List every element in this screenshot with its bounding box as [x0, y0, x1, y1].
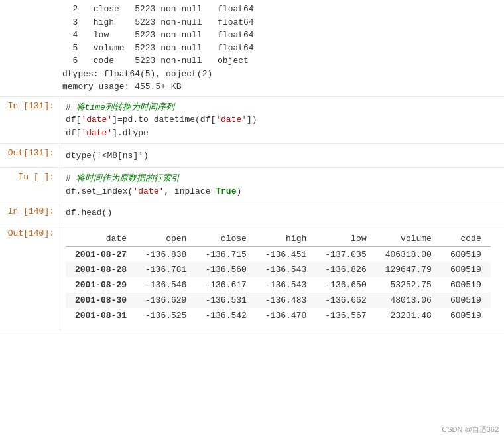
table-cell-volume: 48013.06 [376, 293, 441, 308]
table-cell-close: -136.715 [196, 246, 255, 262]
top-output-text: 2 close 5223 non-null float64 3 high 522… [62, 3, 499, 94]
table-cell-low: -137.035 [316, 246, 375, 262]
table-cell-low: -136.650 [316, 277, 375, 293]
cell-empty-in-label: In [ ]: [0, 168, 60, 202]
output-131-label: Out[131]: [0, 144, 60, 167]
table-row: 2001-08-28-136.781-136.560-136.543-136.8… [66, 262, 491, 277]
table-cell-volume: 406318.00 [376, 246, 441, 262]
table-header-volume: volume [376, 231, 441, 247]
table-cell-close: -136.542 [196, 308, 255, 323]
cell-140: In [140]: df.head() [0, 202, 504, 224]
table-cell-date: 2001-08-29 [66, 277, 136, 293]
table-cell-open: -136.546 [136, 277, 196, 293]
table-header-low: low [316, 231, 375, 247]
table-cell-volume: 23231.48 [376, 308, 441, 323]
output-140-content: dateopenclosehighlowvolumecode2001-08-27… [60, 224, 504, 330]
cell-140-code[interactable]: df.head() [60, 202, 504, 224]
table-cell-high: -136.543 [256, 262, 316, 277]
table-cell-close: -136.617 [196, 277, 255, 293]
top-output-section: 2 close 5223 non-null float64 3 high 522… [0, 0, 504, 97]
output-131-text: dtype('<M8[ns]') [66, 148, 499, 163]
table-cell-close: -136.531 [196, 293, 255, 308]
table-header-code: code [441, 231, 491, 247]
table-cell-high: -136.451 [256, 246, 316, 262]
dataframe-table: dateopenclosehighlowvolumecode2001-08-27… [66, 231, 491, 323]
table-cell-low: -136.826 [316, 262, 375, 277]
output-140-label: Out[140]: [0, 224, 60, 330]
cell-131-in-label: In [131]: [0, 97, 60, 144]
cell-empty-code[interactable]: # 将时间作为原数据的行索引 df.set_index('date', inpl… [60, 168, 504, 202]
table-row: 2001-08-30-136.629-136.531-136.483-136.6… [66, 293, 491, 308]
table-cell-date: 2001-08-30 [66, 293, 136, 308]
table-cell-close: -136.560 [196, 262, 255, 277]
cell-131-code-pre: # 将time列转换为时间序列 df['date']=pd.to_datetim… [66, 101, 499, 140]
cell-140-code-pre: df.head() [66, 206, 499, 220]
table-cell-code: 600519 [441, 277, 491, 293]
output-140: Out[140]: dateopenclosehighlowvolumecode… [0, 224, 504, 330]
table-cell-code: 600519 [441, 293, 491, 308]
table-header-close: close [196, 231, 255, 247]
table-cell-code: 600519 [441, 308, 491, 323]
table-cell-high: -136.483 [256, 293, 316, 308]
table-cell-open: -136.629 [136, 293, 196, 308]
table-cell-low: -136.662 [316, 293, 375, 308]
table-cell-date: 2001-08-28 [66, 262, 136, 277]
output-131: Out[131]: dtype('<M8[ns]') [0, 144, 504, 168]
table-cell-volume: 129647.79 [376, 262, 441, 277]
table-cell-low: -136.567 [316, 308, 375, 323]
dataframe-table-wrap: dateopenclosehighlowvolumecode2001-08-27… [66, 228, 499, 326]
table-row: 2001-08-31-136.525-136.542-136.470-136.5… [66, 308, 491, 323]
table-cell-code: 600519 [441, 262, 491, 277]
table-cell-open: -136.838 [136, 246, 196, 262]
cell-empty-code-pre: # 将时间作为原数据的行索引 df.set_index('date', inpl… [66, 172, 499, 198]
cell-131-code[interactable]: # 将time列转换为时间序列 df['date']=pd.to_datetim… [60, 97, 504, 144]
table-header-date: date [66, 231, 136, 247]
table-row: 2001-08-27-136.838-136.715-136.451-137.0… [66, 246, 491, 262]
table-header-high: high [256, 231, 316, 247]
table-cell-open: -136.781 [136, 262, 196, 277]
table-cell-date: 2001-08-27 [66, 246, 136, 262]
cell-131: In [131]: # 将time列转换为时间序列 df['date']=pd.… [0, 97, 504, 145]
table-cell-open: -136.525 [136, 308, 196, 323]
table-cell-high: -136.470 [256, 308, 316, 323]
table-cell-date: 2001-08-31 [66, 308, 136, 323]
table-header-open: open [136, 231, 196, 247]
table-cell-high: -136.543 [256, 277, 316, 293]
table-cell-code: 600519 [441, 246, 491, 262]
cell-140-in-label: In [140]: [0, 202, 60, 224]
table-cell-volume: 53252.75 [376, 277, 441, 293]
watermark: CSDN @自适362 [442, 425, 499, 435]
output-131-content: dtype('<M8[ns]') [60, 144, 504, 167]
cell-empty: In [ ]: # 将时间作为原数据的行索引 df.set_index('dat… [0, 168, 504, 202]
table-row: 2001-08-29-136.546-136.617-136.543-136.6… [66, 277, 491, 293]
